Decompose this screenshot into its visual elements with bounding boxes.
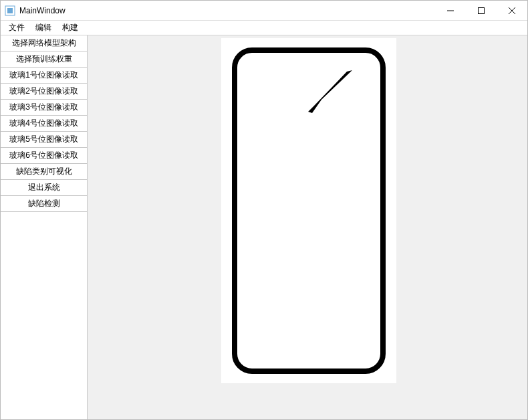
svg-rect-1 [7, 8, 13, 13]
sidebar-item-label: 缺陷类别可视化 [16, 166, 72, 177]
menu-build[interactable]: 构建 [57, 21, 84, 35]
sidebar-item-glass-2[interactable]: 玻璃2号位图像读取 [1, 84, 87, 100]
close-button[interactable] [497, 1, 527, 20]
sidebar-item-label: 玻璃5号位图像读取 [9, 134, 78, 145]
maximize-button[interactable] [466, 1, 497, 20]
minimize-button[interactable] [435, 1, 466, 20]
menubar: 文件 编辑 构建 [1, 21, 527, 35]
main-window: MainWindow 文件 编辑 构建 选择网络模型架构 选择预训练权重 玻璃1… [0, 0, 528, 420]
sidebar-item-glass-3[interactable]: 玻璃3号位图像读取 [1, 100, 87, 116]
sidebar-item-label: 玻璃3号位图像读取 [9, 102, 78, 113]
sidebar-item-label: 缺陷检测 [28, 198, 60, 209]
menu-label: 文件 [9, 23, 25, 32]
sidebar-item-label: 退出系统 [28, 182, 60, 193]
titlebar: MainWindow [1, 1, 527, 21]
image-panel [221, 38, 396, 383]
sidebar-item-label: 选择网络模型架构 [12, 37, 76, 49]
menu-edit[interactable]: 编辑 [30, 21, 57, 35]
sidebar-item-glass-1[interactable]: 玻璃1号位图像读取 [1, 68, 87, 84]
sidebar-item-label: 选择预训练权重 [16, 54, 72, 65]
svg-rect-6 [235, 50, 383, 371]
sidebar-item-select-weights[interactable]: 选择预训练权重 [1, 51, 87, 68]
sidebar-item-glass-6[interactable]: 玻璃6号位图像读取 [1, 148, 87, 164]
sidebar-item-label: 玻璃1号位图像读取 [9, 70, 78, 81]
canvas-area [88, 35, 527, 419]
app-icon [5, 5, 15, 16]
sidebar-item-exit[interactable]: 退出系统 [1, 180, 87, 196]
sidebar-item-glass-4[interactable]: 玻璃4号位图像读取 [1, 116, 87, 132]
sidebar-item-label: 玻璃6号位图像读取 [9, 150, 78, 161]
menu-label: 编辑 [35, 23, 51, 32]
titlebar-controls [435, 1, 527, 20]
sidebar-item-label: 玻璃4号位图像读取 [9, 118, 78, 129]
sidebar: 选择网络模型架构 选择预训练权重 玻璃1号位图像读取 玻璃2号位图像读取 玻璃3… [1, 35, 88, 419]
svg-rect-3 [479, 7, 485, 13]
menu-file[interactable]: 文件 [3, 21, 30, 35]
body: 选择网络模型架构 选择预训练权重 玻璃1号位图像读取 玻璃2号位图像读取 玻璃3… [1, 35, 527, 419]
window-title: MainWindow [19, 6, 65, 15]
glass-image [221, 38, 396, 383]
sidebar-item-glass-5[interactable]: 玻璃5号位图像读取 [1, 132, 87, 148]
sidebar-item-select-model[interactable]: 选择网络模型架构 [1, 35, 87, 51]
sidebar-item-defect-detect[interactable]: 缺陷检测 [1, 196, 87, 212]
titlebar-left: MainWindow [5, 5, 65, 16]
menu-label: 构建 [62, 23, 78, 32]
sidebar-item-label: 玻璃2号位图像读取 [9, 86, 78, 97]
sidebar-item-defect-visual[interactable]: 缺陷类别可视化 [1, 164, 87, 180]
